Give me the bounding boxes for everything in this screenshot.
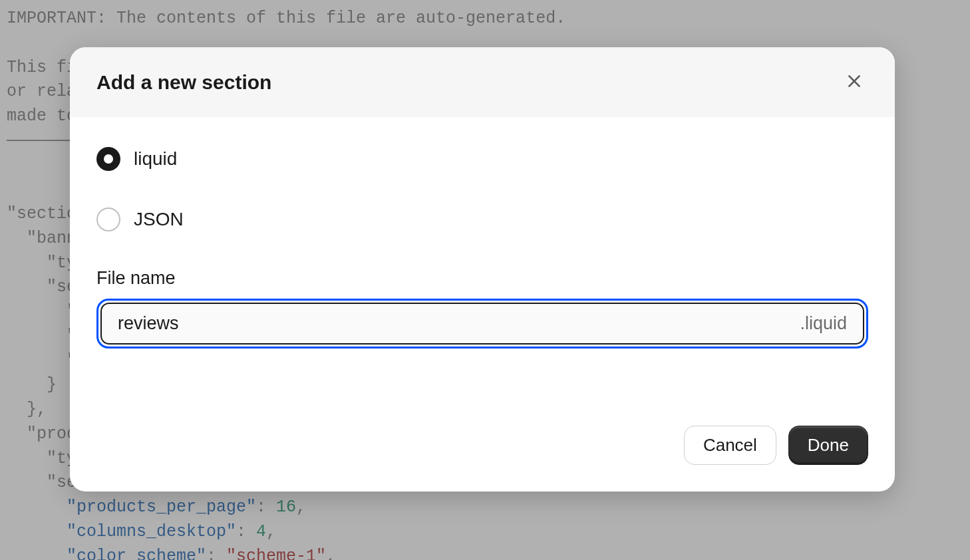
filename-input-wrapper: .liquid — [96, 299, 868, 349]
radio-label-json: JSON — [134, 209, 184, 230]
radio-option-json[interactable]: JSON — [96, 208, 868, 231]
radio-unselected-icon — [96, 208, 120, 231]
modal-header: Add a new section — [70, 47, 895, 117]
filename-input-inner: .liquid — [100, 303, 864, 345]
modal-title: Add a new section — [96, 71, 271, 94]
radio-selected-icon — [96, 147, 120, 171]
modal-body: liquid JSON File name .liquid — [70, 117, 895, 412]
modal-footer: Cancel Done — [70, 412, 895, 491]
done-button[interactable]: Done — [788, 426, 868, 465]
file-extension-label: .liquid — [800, 313, 847, 334]
close-button[interactable] — [840, 67, 868, 97]
filename-input[interactable] — [118, 313, 800, 334]
cancel-button[interactable]: Cancel — [684, 426, 776, 465]
add-section-modal: Add a new section liquid JSON File name … — [70, 47, 895, 491]
close-icon — [846, 72, 863, 92]
radio-option-liquid[interactable]: liquid — [96, 147, 868, 171]
radio-label-liquid: liquid — [134, 148, 177, 170]
filename-label: File name — [96, 268, 868, 289]
